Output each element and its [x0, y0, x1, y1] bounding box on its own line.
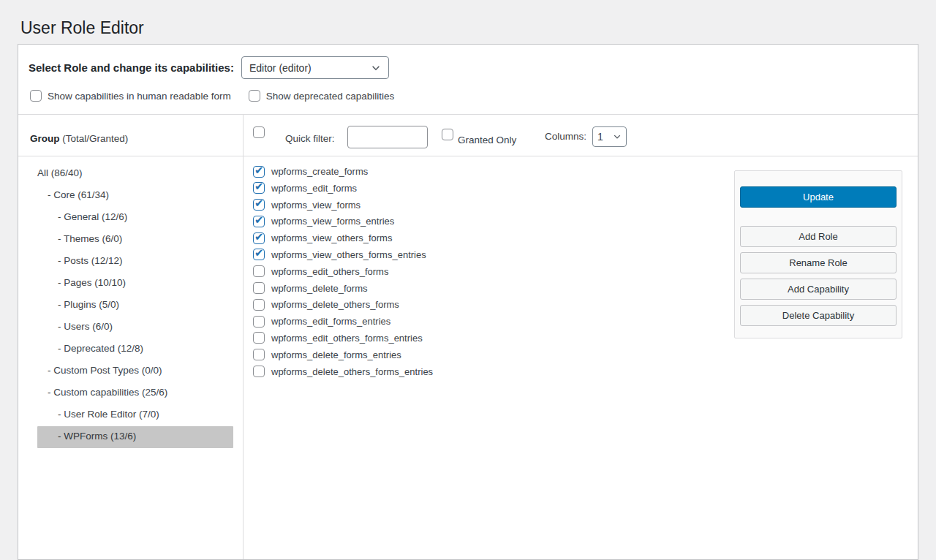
capability-label: wpforms_create_forms	[271, 165, 368, 178]
group-item[interactable]: - Custom capabilities (25/6)	[37, 382, 233, 404]
quick-filter-input[interactable]	[347, 126, 428, 148]
capability-row[interactable]: wpforms_edit_forms_entries	[253, 315, 433, 328]
columns-select-value: 1	[597, 131, 603, 143]
add-role-button[interactable]: Add Role	[740, 226, 897, 247]
capability-checkbox[interactable]	[253, 216, 265, 227]
capability-label: wpforms_delete_forms	[271, 282, 368, 295]
capability-checkbox[interactable]	[253, 332, 265, 344]
group-item[interactable]: - User Role Editor (7/0)	[37, 404, 233, 426]
capability-checkbox[interactable]	[253, 199, 265, 211]
group-header: Group (Total/Granted)	[30, 133, 128, 144]
capability-checkbox[interactable]	[253, 316, 265, 328]
capability-list: wpforms_create_formswpforms_edit_formswp…	[253, 165, 433, 382]
options-row: Show capabilities in human readable form…	[30, 90, 412, 102]
actions-box: Update Add RoleRename RoleAdd Capability…	[734, 170, 902, 338]
group-item[interactable]: - Pages (10/10)	[37, 273, 233, 295]
rename-role-button[interactable]: Rename Role	[740, 252, 897, 273]
select-all-checkbox[interactable]	[253, 126, 265, 138]
deprecated-option[interactable]: Show deprecated capabilities	[249, 90, 395, 102]
capability-row[interactable]: wpforms_view_forms	[253, 199, 433, 211]
capability-label: wpforms_view_others_forms_entries	[271, 249, 426, 261]
capability-checkbox[interactable]	[253, 232, 265, 244]
capability-row[interactable]: wpforms_delete_forms	[253, 282, 433, 295]
capability-checkbox[interactable]	[253, 182, 265, 194]
capability-checkbox[interactable]	[253, 299, 265, 311]
group-item[interactable]: - Core (61/34)	[37, 185, 233, 207]
deprecated-checkbox[interactable]	[249, 90, 260, 102]
chevron-down-icon	[613, 132, 622, 141]
human-readable-checkbox[interactable]	[30, 90, 42, 102]
user-role-editor-panel: Select Role and change its capabilities:…	[18, 44, 918, 560]
capability-row[interactable]: wpforms_delete_others_forms_entries	[253, 366, 433, 378]
capability-label: wpforms_view_others_forms	[271, 232, 392, 244]
role-select-value: Editor (editor)	[249, 62, 312, 74]
capability-label: wpforms_edit_forms	[271, 182, 357, 194]
group-item[interactable]: - Users (6/0)	[37, 317, 233, 338]
capability-row[interactable]: wpforms_edit_others_forms_entries	[253, 332, 433, 344]
add-capability-button[interactable]: Add Capability	[740, 279, 897, 300]
capability-checkbox[interactable]	[253, 282, 265, 294]
group-item[interactable]: - Plugins (5/0)	[37, 295, 233, 317]
capability-checkbox[interactable]	[253, 349, 265, 360]
capability-row[interactable]: wpforms_delete_forms_entries	[253, 349, 433, 361]
group-item[interactable]: - WPForms (13/6)	[37, 426, 233, 448]
capability-label: wpforms_edit_others_forms_entries	[271, 332, 423, 344]
capability-label: wpforms_view_forms_entries	[271, 215, 394, 227]
capability-label: wpforms_edit_others_forms	[271, 265, 388, 278]
human-readable-label: Show capabilities in human readable form	[48, 91, 231, 102]
quick-filter-label: Quick filter:	[285, 133, 335, 144]
capability-label: wpforms_delete_others_forms	[271, 298, 399, 311]
capability-checkbox[interactable]	[253, 366, 265, 377]
capability-checkbox[interactable]	[253, 249, 265, 260]
granted-only-label: Granted Only	[458, 135, 516, 145]
deprecated-label: Show deprecated capabilities	[266, 91, 395, 102]
columns-label: Columns:	[545, 131, 586, 142]
group-item[interactable]: All (86/40)	[37, 163, 233, 185]
role-select[interactable]: Editor (editor)	[241, 56, 389, 79]
secondary-buttons: Add RoleRename RoleAdd CapabilityDelete …	[735, 226, 902, 326]
capability-label: wpforms_delete_forms_entries	[271, 349, 401, 361]
filter-bar: Quick filter: Granted Only Columns: 1	[253, 121, 910, 152]
capability-row[interactable]: wpforms_view_forms_entries	[253, 215, 433, 227]
divider	[18, 114, 918, 115]
capability-checkbox[interactable]	[253, 166, 265, 178]
update-button[interactable]: Update	[740, 186, 897, 208]
capability-row[interactable]: wpforms_edit_forms	[253, 182, 433, 194]
group-item[interactable]: - Deprecated (12/8)	[37, 338, 233, 360]
capability-row[interactable]: wpforms_view_others_forms	[253, 232, 433, 244]
capability-row[interactable]: wpforms_edit_others_forms	[253, 265, 433, 278]
role-selector-row: Select Role and change its capabilities:…	[29, 56, 389, 79]
granted-only-checkbox[interactable]	[442, 129, 453, 140]
group-item[interactable]: - Themes (6/0)	[37, 229, 233, 251]
capability-row[interactable]: wpforms_create_forms	[253, 165, 433, 178]
group-header-rest: (Total/Granted)	[60, 133, 129, 144]
capability-label: wpforms_edit_forms_entries	[271, 315, 390, 328]
group-item[interactable]: - Custom Post Types (0/0)	[37, 360, 233, 382]
capability-label: wpforms_delete_others_forms_entries	[271, 366, 433, 378]
group-item[interactable]: - Posts (12/12)	[37, 251, 233, 273]
page-title: User Role Editor	[20, 18, 144, 39]
group-item[interactable]: - General (12/6)	[37, 207, 233, 229]
capability-row[interactable]: wpforms_delete_others_forms	[253, 298, 433, 311]
delete-capability-button[interactable]: Delete Capability	[740, 305, 897, 326]
role-selector-label: Select Role and change its capabilities:	[29, 61, 234, 74]
divider	[18, 156, 918, 156]
columns-select[interactable]: 1	[592, 126, 627, 147]
capability-checkbox[interactable]	[253, 265, 265, 277]
capability-label: wpforms_view_forms	[271, 199, 361, 211]
vertical-divider	[243, 114, 244, 559]
chevron-down-icon	[371, 63, 381, 73]
group-list: All (86/40)- Core (61/34)- General (12/6…	[18, 163, 243, 448]
human-readable-option[interactable]: Show capabilities in human readable form	[30, 90, 231, 102]
capability-row[interactable]: wpforms_view_others_forms_entries	[253, 249, 433, 261]
group-header-bold: Group	[30, 133, 60, 144]
